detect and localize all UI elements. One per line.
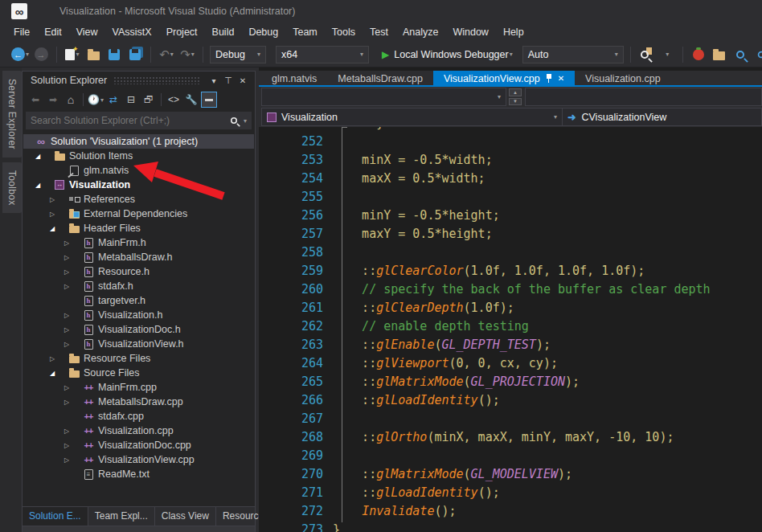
code-viewport[interactable]: 251 }252253 minX = -0.5*width;254 maxX =… bbox=[259, 127, 762, 532]
preview-selected-items-icon[interactable] bbox=[201, 92, 217, 108]
back-icon[interactable]: ⬅ bbox=[27, 92, 43, 108]
collapse-arrow-icon[interactable]: ◢ bbox=[48, 225, 68, 232]
collapse-arrow-icon[interactable]: ◢ bbox=[34, 182, 53, 189]
code-line-251[interactable]: 251 } bbox=[259, 127, 762, 133]
expand-arrow-icon[interactable]: ▷ bbox=[63, 326, 82, 334]
document-tab-visualizationview-cpp[interactable]: VisualizationView.cpp✕ bbox=[433, 71, 575, 85]
window-position-icon[interactable]: ▾ bbox=[207, 74, 221, 87]
tree-item-external-dependencies[interactable]: ▷External Dependencies bbox=[23, 207, 254, 221]
search-input[interactable] bbox=[31, 115, 230, 126]
expand-arrow-icon[interactable]: ▷ bbox=[63, 268, 82, 276]
find-options-dropdown[interactable]: ▾ bbox=[658, 46, 676, 63]
code-line-271[interactable]: 271 ::glLoadIdentity(); bbox=[259, 484, 762, 502]
collapse-arrow-icon[interactable]: ◢ bbox=[48, 370, 68, 377]
document-tab-metaballsdraw-cpp[interactable]: MetaballsDraw.cpp bbox=[327, 71, 433, 85]
vassistx-context-dropdown[interactable]: ▾ bbox=[261, 88, 506, 106]
code-line-263[interactable]: 263 ::glEnable(GL_DEPTH_TEST); bbox=[259, 336, 762, 354]
expand-arrow-icon[interactable]: ▷ bbox=[63, 399, 82, 406]
menu-analyze[interactable]: Analyze bbox=[395, 24, 445, 40]
new-item-button[interactable]: ▾ bbox=[63, 46, 81, 63]
expand-arrow-icon[interactable]: ▷ bbox=[48, 196, 68, 203]
pin-icon[interactable]: ⊤ bbox=[221, 74, 236, 87]
solution-explorer-search[interactable]: ▾ bbox=[26, 112, 252, 129]
menu-help[interactable]: Help bbox=[496, 24, 531, 40]
tree-item-visualizationview.cpp[interactable]: ▷++VisualizationView.cpp bbox=[23, 452, 254, 467]
find-in-files-button[interactable] bbox=[637, 46, 655, 63]
code-line-268[interactable]: 268 ::glOrtho(minX, maxX, minY, maxY, -1… bbox=[259, 428, 762, 447]
tree-item-visualization.h[interactable]: ▷hVisualization.h bbox=[23, 308, 254, 322]
code-line-269[interactable]: 269 bbox=[259, 447, 762, 465]
tree-item-visualization[interactable]: ◢Visualization bbox=[23, 178, 254, 192]
debugger-mode-dropdown[interactable]: Auto▾ bbox=[522, 46, 624, 63]
code-line-259[interactable]: 259 ::glClearColor(1.0f, 1.0f, 1.0f, 1.0… bbox=[259, 262, 762, 280]
tree-item-metaballsdraw.cpp[interactable]: ▷++MetaballsDraw.cpp bbox=[23, 395, 254, 409]
code-line-261[interactable]: 261 ::glClearDepth(1.0f); bbox=[259, 299, 762, 317]
tree-item-resource-files[interactable]: ▷Resource Files bbox=[23, 351, 254, 366]
expand-arrow-icon[interactable]: ▷ bbox=[48, 211, 68, 218]
code-line-272[interactable]: 272 Invalidate(); bbox=[259, 502, 762, 521]
tree-item-solution-items[interactable]: ◢Solution Items bbox=[23, 149, 254, 163]
code-line-253[interactable]: 253 minX = -0.5*width; bbox=[259, 151, 762, 170]
menu-view[interactable]: View bbox=[69, 24, 105, 40]
save-all-button[interactable] bbox=[126, 46, 144, 63]
tree-item-source-files[interactable]: ◢Source Files bbox=[23, 366, 254, 380]
document-tab-glm-natvis[interactable]: glm.natvis bbox=[261, 71, 327, 85]
vassistx-definition-box[interactable] bbox=[525, 88, 762, 106]
start-debugging-button[interactable]: ▶ Local Windows Debugger▾ bbox=[379, 49, 516, 60]
code-line-267[interactable]: 267 bbox=[259, 410, 762, 428]
menu-tools[interactable]: Tools bbox=[325, 24, 363, 40]
vassistx-tomato-icon[interactable] bbox=[690, 46, 707, 63]
tool-tab-solution-e-[interactable]: Solution E... bbox=[23, 507, 88, 526]
autohide-tab-toolbox[interactable]: Toolbox bbox=[2, 162, 22, 213]
tool-tab-class-view[interactable]: Class View bbox=[155, 507, 216, 526]
menu-file[interactable]: File bbox=[6, 24, 37, 40]
document-tab-visualization-cpp[interactable]: Visualization.cpp bbox=[575, 71, 671, 85]
code-line-264[interactable]: 264 ::glViewport(0, 0, cx, cy); bbox=[259, 354, 762, 373]
code-line-254[interactable]: 254 maxX = 0.5*width; bbox=[259, 170, 762, 188]
navigate-forward-button[interactable]: → bbox=[32, 46, 50, 63]
open-containing-folder-button[interactable] bbox=[711, 46, 728, 63]
tree-item-solution-visualization-1-project-[interactable]: ∞Solution 'Visualization' (1 project) bbox=[23, 134, 254, 149]
menu-team[interactable]: Team bbox=[285, 24, 325, 40]
sync-active-document-icon[interactable]: ⇄ bbox=[105, 92, 121, 108]
project-scope-dropdown[interactable]: Visualization ▾ bbox=[261, 108, 563, 126]
expand-arrow-icon[interactable]: ▷ bbox=[63, 428, 82, 435]
code-line-255[interactable]: 255 bbox=[259, 188, 762, 207]
tree-item-targetver.h[interactable]: htargetver.h bbox=[23, 293, 254, 308]
home-icon[interactable]: ⌂ bbox=[63, 92, 79, 108]
solution-platform-dropdown[interactable]: x64▾ bbox=[276, 46, 369, 63]
code-line-260[interactable]: 260 // specify the back of the buffer as… bbox=[259, 280, 762, 299]
expand-arrow-icon[interactable]: ▷ bbox=[48, 355, 68, 362]
menu-test[interactable]: Test bbox=[363, 24, 395, 40]
open-file-button[interactable] bbox=[84, 46, 102, 63]
menu-edit[interactable]: Edit bbox=[37, 24, 69, 40]
tree-item-visualizationdoc.cpp[interactable]: ▷++VisualizationDoc.cpp bbox=[23, 438, 254, 452]
undo-button[interactable]: ↶▾ bbox=[158, 46, 175, 63]
collapse-all-icon[interactable]: ⊟ bbox=[123, 92, 139, 108]
pending-changes-filter-icon[interactable]: 🕐▾ bbox=[88, 92, 104, 108]
code-line-258[interactable]: 258 bbox=[259, 243, 762, 262]
collapse-arrow-icon[interactable]: ◢ bbox=[34, 153, 53, 160]
tree-item-references[interactable]: ▷References bbox=[23, 192, 254, 207]
autohide-tab-server-explorer[interactable]: Server Explorer bbox=[2, 71, 22, 158]
expand-arrow-icon[interactable]: ▷ bbox=[63, 442, 82, 449]
menu-vassistx[interactable]: VAssistX bbox=[105, 24, 159, 40]
code-line-256[interactable]: 256 minY = -0.5*height; bbox=[259, 207, 762, 225]
code-line-252[interactable]: 252 bbox=[259, 133, 762, 151]
close-tab-icon[interactable]: ✕ bbox=[558, 74, 564, 83]
menu-debug[interactable]: Debug bbox=[241, 24, 285, 40]
menu-project[interactable]: Project bbox=[159, 24, 205, 40]
code-line-262[interactable]: 262 // enable depth testing bbox=[259, 317, 762, 336]
find-references-button[interactable] bbox=[752, 46, 762, 63]
method-spinner[interactable]: ▲▼ bbox=[509, 88, 522, 106]
code-line-270[interactable]: 270 ::glMatrixMode(GL_MODELVIEW); bbox=[259, 465, 762, 484]
expand-arrow-icon[interactable]: ▷ bbox=[63, 384, 82, 391]
menu-build[interactable]: Build bbox=[205, 24, 242, 40]
view-code-icon[interactable]: <> bbox=[166, 92, 182, 108]
find-symbol-button[interactable] bbox=[731, 46, 749, 63]
menu-window[interactable]: Window bbox=[445, 24, 495, 40]
tree-item-visualizationview.h[interactable]: ▷hVisualizationView.h bbox=[23, 337, 254, 351]
tree-item-mainfrm.h[interactable]: ▷hMainFrm.h bbox=[23, 235, 254, 250]
pin-tab-icon[interactable] bbox=[546, 74, 552, 83]
tree-item-mainfrm.cpp[interactable]: ▷++MainFrm.cpp bbox=[23, 380, 254, 395]
